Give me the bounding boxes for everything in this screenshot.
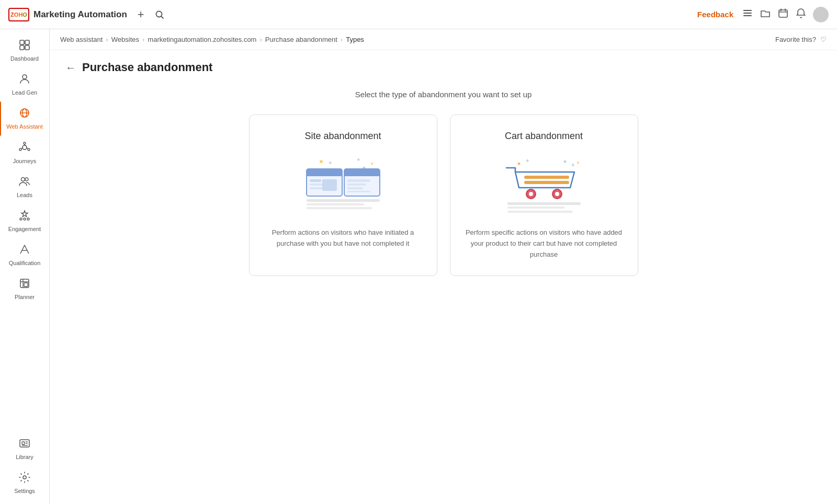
svg-point-41	[320, 160, 323, 163]
svg-text:+: +	[571, 162, 574, 168]
svg-point-21	[19, 148, 21, 151]
svg-text:+: +	[526, 157, 529, 164]
svg-rect-48	[307, 173, 342, 176]
site-abandonment-svg: + +	[296, 152, 390, 215]
cart-abandonment-svg: + +	[497, 152, 591, 215]
app-title: Marketing Automation	[33, 9, 127, 20]
engagement-icon	[18, 209, 31, 224]
dashboard-label: Dashboard	[10, 55, 39, 62]
topbar-right: Feedback	[697, 7, 829, 22]
svg-rect-52	[322, 179, 337, 191]
back-button[interactable]: ←	[65, 62, 76, 74]
site-abandonment-title: Site abandonment	[304, 131, 381, 142]
svg-rect-10	[20, 40, 24, 44]
cart-abandonment-description: Perform specific actions on visitors who…	[463, 227, 625, 260]
site-abandonment-description: Perform actions on visitors who have ini…	[262, 227, 424, 249]
breadcrumb: Web assistant › Websites › marketingauto…	[50, 29, 837, 50]
svg-rect-5	[743, 10, 745, 11]
svg-rect-58	[347, 184, 366, 186]
planner-label: Planner	[15, 294, 35, 301]
svg-rect-63	[307, 207, 372, 209]
calendar-icon[interactable]	[777, 7, 789, 21]
topbar-right-icons	[742, 7, 829, 22]
sidebar: Dashboard Lead Gen Web Assistant	[0, 29, 50, 504]
breadcrumb-purchase-abandonment[interactable]: Purchase abandonment	[265, 36, 337, 43]
sidebar-item-settings[interactable]: Settings	[3, 466, 47, 500]
page-subtitle: Select the type of abandonment you want …	[65, 90, 821, 99]
sidebar-item-library[interactable]: Library	[3, 432, 47, 466]
svg-rect-60	[347, 191, 370, 192]
sidebar-item-dashboard[interactable]: Dashboard	[3, 33, 47, 67]
sidebar-item-planner[interactable]: Planner	[3, 272, 47, 306]
app-logo: ZOHO Marketing Automation	[8, 8, 127, 21]
svg-rect-77	[507, 211, 573, 213]
svg-rect-6	[779, 10, 787, 17]
svg-rect-3	[743, 13, 752, 14]
svg-point-18	[22, 145, 27, 150]
svg-point-20	[28, 148, 30, 151]
breadcrumb-web-assistant[interactable]: Web assistant	[60, 36, 103, 43]
main-layout: Dashboard Lead Gen Web Assistant	[0, 29, 837, 504]
qualification-icon	[18, 243, 31, 258]
sidebar-item-lead-gen[interactable]: Lead Gen	[3, 67, 47, 101]
site-abandonment-card[interactable]: Site abandonment + +	[249, 114, 437, 276]
folder-icon[interactable]	[760, 7, 771, 21]
engagement-label: Engagement	[8, 226, 41, 233]
svg-point-25	[21, 177, 25, 181]
svg-point-72	[529, 192, 533, 196]
feedback-button[interactable]: Feedback	[697, 10, 733, 19]
lead-gen-label: Lead Gen	[12, 89, 37, 96]
svg-rect-36	[22, 442, 25, 444]
sidebar-item-engagement[interactable]: Engagement	[3, 204, 47, 238]
journeys-icon	[18, 141, 31, 156]
cards-container: Site abandonment + +	[65, 114, 821, 276]
page-header: ← Purchase abandonment	[65, 61, 821, 74]
svg-point-74	[555, 192, 559, 196]
svg-rect-61	[307, 199, 380, 202]
svg-point-19	[24, 142, 26, 144]
leads-icon	[18, 175, 31, 190]
svg-rect-76	[507, 207, 565, 209]
topbar-actions: +	[135, 6, 166, 24]
svg-rect-57	[347, 179, 370, 182]
site-abandonment-illustration: + +	[296, 152, 390, 215]
svg-rect-59	[347, 187, 363, 189]
svg-point-45	[371, 163, 373, 165]
sidebar-item-journeys[interactable]: Journeys	[3, 136, 47, 170]
breadcrumb-types: Types	[346, 36, 364, 43]
cart-abandonment-illustration: + +	[497, 152, 591, 215]
planner-icon	[18, 277, 31, 292]
svg-text:+: +	[357, 156, 360, 163]
svg-rect-4	[743, 15, 752, 16]
svg-rect-12	[20, 45, 24, 50]
avatar[interactable]	[813, 7, 829, 22]
add-button[interactable]: +	[135, 6, 146, 24]
svg-rect-11	[25, 40, 29, 44]
sidebar-item-qualification[interactable]: Qualification	[3, 238, 47, 272]
breadcrumb-websites[interactable]: Websites	[111, 36, 139, 43]
topbar: ZOHO Marketing Automation + Feedback	[0, 0, 837, 29]
svg-point-29	[27, 218, 29, 220]
page-title: Purchase abandonment	[82, 61, 212, 74]
list-icon[interactable]	[742, 7, 753, 21]
journeys-label: Journeys	[13, 158, 37, 165]
bell-icon[interactable]	[795, 7, 807, 21]
web-assistant-icon	[18, 107, 31, 121]
sidebar-item-leads[interactable]: Leads	[3, 170, 47, 204]
svg-point-40	[23, 476, 26, 479]
cart-abandonment-card[interactable]: Cart abandonment + +	[450, 114, 638, 276]
svg-point-27	[20, 218, 22, 220]
qualification-label: Qualification	[9, 260, 41, 267]
dashboard-icon	[18, 39, 31, 53]
leads-label: Leads	[17, 192, 32, 199]
lead-gen-icon	[18, 73, 31, 87]
breadcrumb-site[interactable]: marketingautomation.zohosites.com	[148, 36, 256, 43]
svg-point-0	[156, 11, 162, 17]
favorite-this[interactable]: Favorite this? ♡	[775, 36, 827, 43]
svg-rect-56	[344, 173, 380, 176]
page-content: ← Purchase abandonment Select the type o…	[50, 50, 837, 504]
svg-rect-62	[307, 203, 364, 205]
sidebar-item-web-assistant[interactable]: Web Assistant	[3, 101, 47, 135]
svg-point-14	[22, 75, 27, 79]
search-button[interactable]	[153, 8, 166, 21]
